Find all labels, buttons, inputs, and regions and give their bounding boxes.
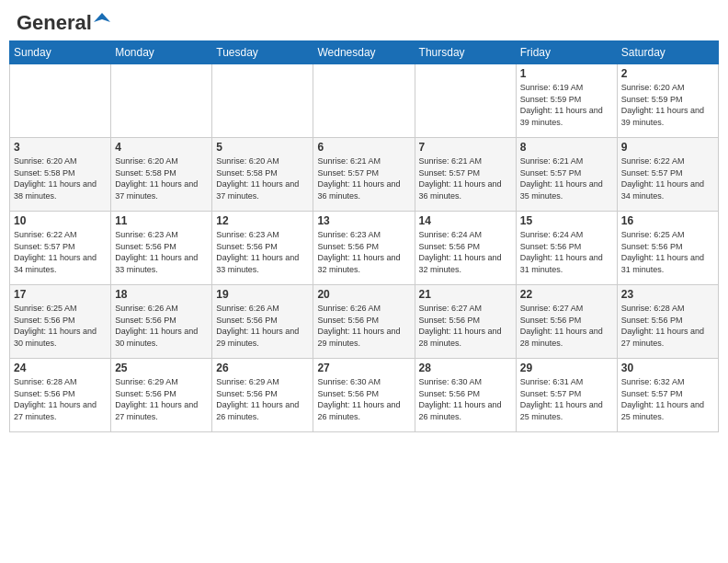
day-info: Sunrise: 6:26 AM Sunset: 5:56 PM Dayligh…	[216, 303, 309, 349]
day-cell: 29Sunrise: 6:31 AM Sunset: 5:57 PM Dayli…	[516, 359, 617, 432]
weekday-header-thursday: Thursday	[415, 41, 516, 64]
day-cell	[313, 64, 415, 138]
day-cell: 2Sunrise: 6:20 AM Sunset: 5:59 PM Daylig…	[617, 64, 718, 138]
day-info: Sunrise: 6:22 AM Sunset: 5:57 PM Dayligh…	[621, 155, 714, 201]
weekday-header-saturday: Saturday	[617, 41, 718, 64]
day-cell: 27Sunrise: 6:30 AM Sunset: 5:56 PM Dayli…	[313, 359, 415, 432]
day-info: Sunrise: 6:21 AM Sunset: 5:57 PM Dayligh…	[419, 155, 512, 201]
day-info: Sunrise: 6:28 AM Sunset: 5:56 PM Dayligh…	[14, 376, 107, 422]
day-info: Sunrise: 6:25 AM Sunset: 5:56 PM Dayligh…	[14, 303, 107, 349]
day-cell: 7Sunrise: 6:21 AM Sunset: 5:57 PM Daylig…	[415, 138, 516, 212]
day-cell: 23Sunrise: 6:28 AM Sunset: 5:56 PM Dayli…	[617, 285, 718, 359]
day-info: Sunrise: 6:23 AM Sunset: 5:56 PM Dayligh…	[115, 229, 208, 275]
day-info: Sunrise: 6:27 AM Sunset: 5:56 PM Dayligh…	[520, 303, 613, 349]
day-number: 11	[115, 214, 208, 227]
day-number: 12	[216, 214, 309, 227]
day-info: Sunrise: 6:24 AM Sunset: 5:56 PM Dayligh…	[520, 229, 613, 275]
week-row-3: 10Sunrise: 6:22 AM Sunset: 5:57 PM Dayli…	[10, 212, 719, 285]
day-cell: 17Sunrise: 6:25 AM Sunset: 5:56 PM Dayli…	[10, 285, 111, 359]
day-info: Sunrise: 6:25 AM Sunset: 5:56 PM Dayligh…	[621, 229, 714, 275]
day-info: Sunrise: 6:27 AM Sunset: 5:56 PM Dayligh…	[419, 303, 512, 349]
day-number: 2	[621, 67, 714, 80]
weekday-header-wednesday: Wednesday	[313, 41, 415, 64]
calendar-table: SundayMondayTuesdayWednesdayThursdayFrid…	[9, 40, 719, 432]
day-cell: 9Sunrise: 6:22 AM Sunset: 5:57 PM Daylig…	[617, 138, 718, 212]
day-cell: 15Sunrise: 6:24 AM Sunset: 5:56 PM Dayli…	[516, 212, 617, 285]
day-cell: 1Sunrise: 6:19 AM Sunset: 5:59 PM Daylig…	[516, 64, 617, 138]
weekday-header-tuesday: Tuesday	[212, 41, 313, 64]
day-cell: 5Sunrise: 6:20 AM Sunset: 5:58 PM Daylig…	[212, 138, 313, 212]
day-number: 23	[621, 288, 714, 301]
day-cell: 6Sunrise: 6:21 AM Sunset: 5:57 PM Daylig…	[313, 138, 415, 212]
day-info: Sunrise: 6:31 AM Sunset: 5:57 PM Dayligh…	[520, 376, 613, 422]
week-row-2: 3Sunrise: 6:20 AM Sunset: 5:58 PM Daylig…	[10, 138, 719, 212]
weekday-header-row: SundayMondayTuesdayWednesdayThursdayFrid…	[10, 41, 719, 64]
day-cell: 24Sunrise: 6:28 AM Sunset: 5:56 PM Dayli…	[10, 359, 111, 432]
day-info: Sunrise: 6:32 AM Sunset: 5:57 PM Dayligh…	[621, 376, 714, 422]
day-cell: 30Sunrise: 6:32 AM Sunset: 5:57 PM Dayli…	[617, 359, 718, 432]
day-cell: 20Sunrise: 6:26 AM Sunset: 5:56 PM Dayli…	[313, 285, 415, 359]
day-number: 30	[621, 362, 714, 374]
day-cell: 4Sunrise: 6:20 AM Sunset: 5:58 PM Daylig…	[111, 138, 212, 212]
day-cell: 8Sunrise: 6:21 AM Sunset: 5:57 PM Daylig…	[516, 138, 617, 212]
day-number: 27	[317, 362, 410, 374]
day-info: Sunrise: 6:21 AM Sunset: 5:57 PM Dayligh…	[520, 155, 613, 201]
week-row-1: 1Sunrise: 6:19 AM Sunset: 5:59 PM Daylig…	[10, 64, 719, 138]
day-number: 20	[317, 288, 410, 301]
day-number: 4	[115, 141, 208, 154]
day-number: 1	[520, 67, 613, 80]
day-info: Sunrise: 6:26 AM Sunset: 5:56 PM Dayligh…	[317, 303, 410, 349]
day-info: Sunrise: 6:20 AM Sunset: 5:59 PM Dayligh…	[621, 82, 714, 128]
day-number: 10	[14, 214, 107, 227]
svg-marker-0	[94, 13, 110, 22]
day-info: Sunrise: 6:24 AM Sunset: 5:56 PM Dayligh…	[419, 229, 512, 275]
day-number: 17	[14, 288, 107, 301]
day-number: 13	[317, 214, 410, 227]
day-number: 19	[216, 288, 309, 301]
weekday-header-monday: Monday	[111, 41, 212, 64]
day-number: 15	[520, 214, 613, 227]
day-number: 22	[520, 288, 613, 301]
day-info: Sunrise: 6:28 AM Sunset: 5:56 PM Dayligh…	[621, 303, 714, 349]
day-cell	[212, 64, 313, 138]
day-number: 21	[419, 288, 512, 301]
day-cell: 13Sunrise: 6:23 AM Sunset: 5:56 PM Dayli…	[313, 212, 415, 285]
day-cell: 14Sunrise: 6:24 AM Sunset: 5:56 PM Dayli…	[415, 212, 516, 285]
day-info: Sunrise: 6:20 AM Sunset: 5:58 PM Dayligh…	[216, 155, 309, 201]
logo-bird-icon	[94, 13, 110, 29]
day-number: 6	[317, 141, 410, 154]
day-cell	[111, 64, 212, 138]
day-info: Sunrise: 6:19 AM Sunset: 5:59 PM Dayligh…	[520, 82, 613, 128]
day-info: Sunrise: 6:26 AM Sunset: 5:56 PM Dayligh…	[115, 303, 208, 349]
day-info: Sunrise: 6:30 AM Sunset: 5:56 PM Dayligh…	[419, 376, 512, 422]
week-row-5: 24Sunrise: 6:28 AM Sunset: 5:56 PM Dayli…	[10, 359, 719, 432]
week-row-4: 17Sunrise: 6:25 AM Sunset: 5:56 PM Dayli…	[10, 285, 719, 359]
day-cell: 28Sunrise: 6:30 AM Sunset: 5:56 PM Dayli…	[415, 359, 516, 432]
day-cell: 3Sunrise: 6:20 AM Sunset: 5:58 PM Daylig…	[10, 138, 111, 212]
day-number: 5	[216, 141, 309, 154]
day-info: Sunrise: 6:23 AM Sunset: 5:56 PM Dayligh…	[216, 229, 309, 275]
day-cell: 25Sunrise: 6:29 AM Sunset: 5:56 PM Dayli…	[111, 359, 212, 432]
logo-text-general: General	[17, 13, 92, 33]
day-number: 24	[14, 362, 107, 374]
day-number: 16	[621, 214, 714, 227]
weekday-header-sunday: Sunday	[10, 41, 111, 64]
day-info: Sunrise: 6:23 AM Sunset: 5:56 PM Dayligh…	[317, 229, 410, 275]
day-cell: 22Sunrise: 6:27 AM Sunset: 5:56 PM Dayli…	[516, 285, 617, 359]
weekday-header-friday: Friday	[516, 41, 617, 64]
day-number: 14	[419, 214, 512, 227]
day-cell	[415, 64, 516, 138]
day-number: 18	[115, 288, 208, 301]
day-number: 29	[520, 362, 613, 374]
day-info: Sunrise: 6:22 AM Sunset: 5:57 PM Dayligh…	[14, 229, 107, 275]
day-cell	[10, 64, 111, 138]
day-info: Sunrise: 6:30 AM Sunset: 5:56 PM Dayligh…	[317, 376, 410, 422]
day-cell: 16Sunrise: 6:25 AM Sunset: 5:56 PM Dayli…	[617, 212, 718, 285]
logo: General	[17, 13, 110, 29]
day-info: Sunrise: 6:29 AM Sunset: 5:56 PM Dayligh…	[115, 376, 208, 422]
day-number: 9	[621, 141, 714, 154]
day-info: Sunrise: 6:29 AM Sunset: 5:56 PM Dayligh…	[216, 376, 309, 422]
day-number: 3	[14, 141, 107, 154]
day-number: 26	[216, 362, 309, 374]
day-number: 25	[115, 362, 208, 374]
